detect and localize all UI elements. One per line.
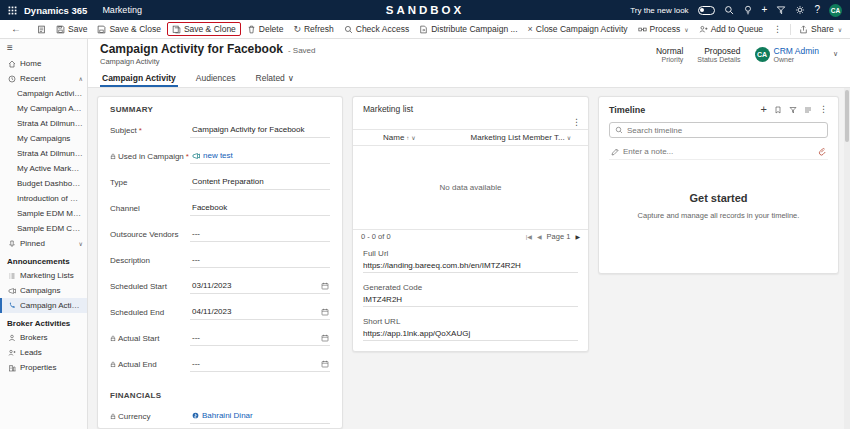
field-type: Type Content Preparation — [110, 177, 330, 190]
actual-end-input[interactable]: --- — [190, 359, 330, 372]
recent-item[interactable]: My Active Marketing... — [0, 161, 87, 176]
search-icon[interactable] — [724, 5, 734, 15]
sidebar-group-broker-activities: Broker Activities — [0, 313, 87, 330]
settings-gear-icon[interactable] — [795, 5, 805, 15]
financials-heading: FINANCIALS — [110, 391, 330, 400]
recent-item[interactable]: Sample EDM Message — [0, 206, 87, 221]
save-status: - Saved — [288, 46, 316, 55]
save-and-clone-button[interactable]: Save & Clone — [167, 22, 241, 36]
recent-item[interactable]: My Campaigns — [0, 131, 87, 146]
recent-item[interactable]: Introduction of Paid ... — [0, 191, 87, 206]
recent-item[interactable]: Budget Dashboard — [0, 176, 87, 191]
tab-related[interactable]: Related ∨ — [254, 73, 297, 87]
recent-item[interactable]: Strata At Dilmunia Te... — [0, 146, 87, 161]
first-page-icon[interactable]: |◀ — [526, 233, 532, 240]
sidebar-item-brokers[interactable]: Brokers — [0, 330, 87, 345]
grid-commands-icon[interactable]: ⋮ — [572, 118, 581, 129]
dynamics-365-app: Dynamics 365 Marketing SANDBOX Try the n… — [0, 0, 850, 429]
owner-link[interactable]: CRM Admin — [774, 46, 819, 56]
filter-icon[interactable] — [776, 5, 786, 15]
save-and-close-button[interactable]: Save & Close — [92, 22, 166, 36]
timeline-more-icon[interactable]: ⋮ — [819, 105, 828, 114]
campaign-icon — [192, 152, 200, 160]
close-campaign-activity-button[interactable]: × Close Campaign Activity — [523, 22, 633, 36]
calendar-icon[interactable] — [321, 334, 329, 342]
app-title[interactable]: Dynamics 365 — [24, 5, 87, 16]
command-overflow-button[interactable]: ⋮ — [768, 23, 787, 36]
recent-item[interactable]: Campaign Activity fo... — [0, 86, 87, 101]
sidebar-item-leads[interactable]: Leads — [0, 345, 87, 360]
owner-field[interactable]: CA CRM Admin Owner — [755, 46, 819, 63]
chevron-down-icon: ∨ — [79, 240, 83, 247]
field-generated-code: Generated Code IMTZ4R2H — [363, 283, 578, 307]
sidebar-item-recent[interactable]: Recent ∧ — [0, 71, 87, 86]
outsource-vendors-input[interactable]: --- — [190, 229, 330, 242]
refresh-button[interactable]: ↻ Refresh — [288, 22, 338, 36]
sidebar-item-marketing-lists[interactable]: Marketing Lists — [0, 268, 87, 283]
new-look-toggle[interactable] — [698, 6, 715, 15]
recent-item[interactable]: Sample EDM Campai... — [0, 221, 87, 236]
help-icon[interactable]: ? — [814, 5, 820, 15]
sidebar-item-home[interactable]: Home — [0, 56, 87, 71]
vertical-scrollbar[interactable] — [844, 88, 850, 429]
previous-page-icon[interactable]: ◀ — [537, 233, 542, 240]
scheduled-start-input[interactable]: 03/11/2023 — [190, 281, 330, 294]
tab-campaign-activity[interactable]: Campaign Activity — [100, 73, 178, 87]
save-button[interactable]: Save — [51, 22, 92, 36]
process-button[interactable]: Process ∨ — [633, 22, 694, 36]
scrollbar-thumb[interactable] — [845, 90, 849, 142]
sidebar-item-campaigns[interactable]: Campaigns — [0, 283, 87, 298]
distribute-campaign-button[interactable]: Distribute Campaign ... — [414, 22, 522, 36]
recent-item[interactable]: Strata At Dilmunia Te... — [0, 116, 87, 131]
menu-icon[interactable]: ≡ — [7, 43, 13, 53]
form-view-button[interactable] — [32, 23, 51, 36]
add-timeline-record-icon[interactable]: + — [761, 104, 767, 115]
recent-item[interactable]: My Campaign Activit... — [0, 101, 87, 116]
timeline-search-box[interactable] — [609, 122, 828, 138]
lightbulb-icon[interactable] — [743, 5, 753, 15]
header-collapse-chevron-icon[interactable]: ∨ — [833, 50, 838, 58]
chevron-down-icon: ∨ — [288, 73, 294, 83]
description-input[interactable]: --- — [190, 255, 330, 268]
sidebar-item-properties[interactable]: Properties — [0, 360, 87, 375]
filter-icon[interactable] — [789, 106, 797, 114]
channel-select[interactable]: Facebook — [190, 203, 330, 216]
check-access-button[interactable]: Check Access — [339, 22, 414, 36]
scheduled-end-input[interactable]: 04/11/2023 — [190, 307, 330, 320]
sidebar-item-pinned[interactable]: Pinned ∨ — [0, 236, 87, 251]
type-select[interactable]: Content Preparation — [190, 177, 330, 190]
app-launcher-icon[interactable] — [8, 6, 17, 15]
field-scheduled-end: Scheduled End 04/11/2023 — [110, 307, 330, 320]
home-icon — [7, 60, 16, 68]
short-url-input[interactable]: https://app.1lnk.app/QoXAUGj — [363, 329, 578, 341]
timeline-note-box[interactable] — [609, 144, 828, 160]
record-header: Campaign Activity for Facebook - Saved C… — [88, 39, 850, 68]
share-button[interactable]: Share ∨ — [794, 22, 847, 36]
back-button[interactable]: ← — [6, 22, 26, 36]
expand-records-icon[interactable] — [804, 106, 812, 114]
add-to-queue-button[interactable]: Add to Queue — [694, 22, 768, 36]
paperclip-icon[interactable] — [818, 147, 826, 156]
generated-code-input[interactable]: IMTZ4R2H — [363, 295, 578, 307]
used-in-campaign-lookup[interactable]: new test — [190, 151, 330, 164]
column-header-member-type[interactable]: Marketing List Member T... ∨ — [471, 133, 580, 142]
tab-audiences[interactable]: Audiences — [194, 73, 238, 87]
column-header-name[interactable]: Name ↑ ∨ — [361, 133, 471, 142]
actual-start-input[interactable]: --- — [190, 333, 330, 346]
calendar-icon[interactable] — [321, 282, 329, 290]
user-avatar[interactable]: CA — [829, 4, 842, 17]
bookmark-icon[interactable] — [774, 106, 782, 114]
currency-lookup[interactable]: Bahraini Dinar — [190, 411, 330, 424]
delete-button[interactable]: Delete — [242, 22, 289, 36]
sidebar-item-campaign-activities[interactable]: Campaign Activities — [0, 298, 87, 313]
subject-input[interactable]: Campaign Activity for Facebook — [190, 125, 330, 138]
calendar-icon[interactable] — [321, 308, 329, 316]
area-switcher[interactable]: Marketing — [102, 5, 142, 15]
field-outsource-vendors: Outsource Vendors --- — [110, 229, 330, 242]
full-url-input[interactable]: https://landing.bareeq.com.bh/en/IMTZ4R2… — [363, 261, 578, 273]
search-timeline-input[interactable] — [627, 126, 822, 135]
enter-note-input[interactable] — [623, 147, 814, 156]
calendar-icon[interactable] — [321, 360, 329, 368]
next-page-icon[interactable]: ▶ — [575, 233, 580, 240]
plus-icon[interactable]: + — [762, 5, 768, 15]
